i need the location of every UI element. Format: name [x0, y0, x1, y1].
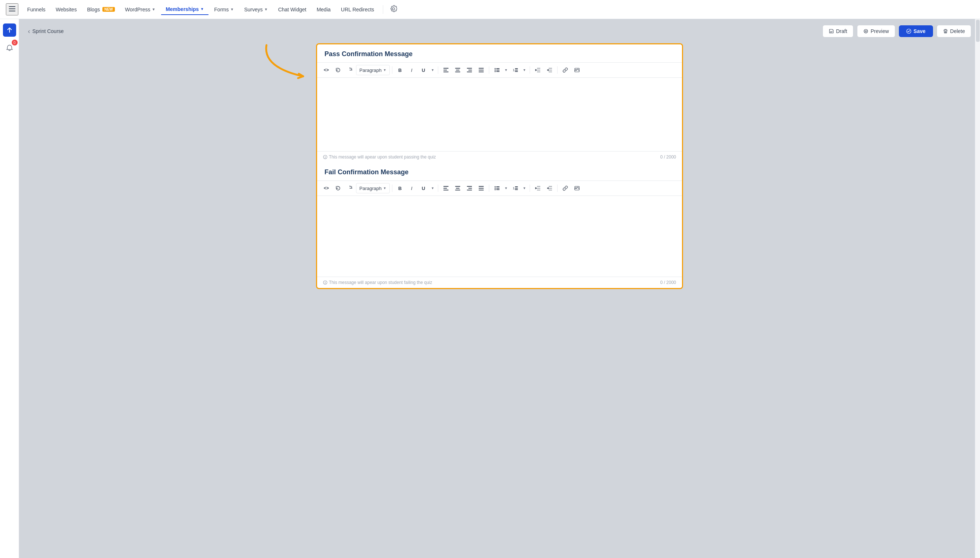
svg-rect-10 — [456, 70, 460, 71]
svg-rect-37 — [467, 186, 472, 187]
svg-rect-40 — [478, 186, 484, 187]
pass-redo-btn[interactable] — [344, 65, 355, 75]
pass-toolbar-sep4 — [529, 66, 530, 74]
pass-section-title: Pass Confirmation Message — [317, 44, 682, 62]
fail-editor-footer: This message will apear upon student fai… — [317, 277, 682, 288]
fail-align-center-btn[interactable] — [452, 183, 463, 193]
nav-item-media[interactable]: Media — [312, 4, 335, 15]
fail-hint-icon — [323, 280, 327, 285]
pass-ordered-list-btn[interactable]: 1. — [510, 65, 521, 75]
save-icon — [906, 29, 911, 34]
preview-button[interactable]: Preview — [857, 25, 895, 38]
nav-item-funnels[interactable]: Funnels — [23, 4, 50, 15]
nav-item-memberships[interactable]: Memberships ▼ — [161, 4, 208, 15]
svg-rect-23 — [496, 71, 500, 72]
fail-align-right-btn[interactable] — [464, 183, 475, 193]
pass-paragraph-select[interactable]: Paragraph ▼ — [356, 65, 390, 75]
fail-undo-btn[interactable] — [332, 183, 344, 193]
pass-image-btn[interactable] — [572, 65, 582, 75]
svg-rect-36 — [455, 190, 460, 190]
main-content: ‹ Sprint Course Draft Preview — [19, 19, 980, 558]
svg-rect-38 — [469, 188, 472, 189]
nav-item-wordpress[interactable]: WordPress ▼ — [121, 4, 160, 15]
hamburger-menu[interactable] — [6, 3, 18, 15]
settings-gear-icon[interactable] — [388, 3, 400, 16]
pass-align-right-btn[interactable] — [464, 65, 475, 75]
page-area: Pass Confirmation Message <> Paragraph ▼ — [316, 43, 683, 289]
fail-section: Fail Confirmation Message <> Paragraph ▼ — [317, 162, 682, 288]
nav-item-websites[interactable]: Websites — [51, 4, 81, 15]
nav-item-blogs[interactable]: Blogs NEW — [82, 4, 119, 15]
svg-point-20 — [494, 70, 495, 71]
nav-item-url-redirects[interactable]: URL Redirects — [337, 4, 379, 15]
fail-ordered-dropdown[interactable]: ▼ — [521, 183, 528, 193]
nav-item-surveys[interactable]: Surveys ▼ — [240, 4, 272, 15]
breadcrumb-arrow: ‹ — [28, 28, 30, 35]
draft-button[interactable]: Draft — [822, 25, 853, 38]
pass-underline-btn[interactable]: U — [418, 65, 429, 75]
pass-list-dropdown[interactable]: ▼ — [503, 65, 509, 75]
fail-align-left-btn[interactable] — [441, 183, 451, 193]
fail-redo-btn[interactable] — [344, 183, 355, 193]
pass-align-center-btn[interactable] — [452, 65, 463, 75]
fail-image-btn[interactable] — [572, 183, 582, 193]
pass-link-btn[interactable] — [560, 65, 571, 75]
svg-rect-17 — [478, 72, 484, 72]
fail-underline-btn[interactable]: U — [418, 183, 429, 193]
fail-paragraph-select[interactable]: Paragraph ▼ — [356, 183, 390, 193]
fail-unordered-list-btn[interactable] — [492, 183, 503, 193]
preview-icon — [863, 29, 868, 34]
fail-toolbar-sep1 — [392, 185, 392, 192]
fail-editor-area[interactable] — [317, 196, 682, 277]
fail-code-btn[interactable]: <> — [321, 183, 332, 193]
sub-header: ‹ Sprint Course Draft Preview — [28, 25, 971, 38]
fail-italic-btn[interactable]: I — [406, 183, 417, 193]
svg-rect-46 — [496, 188, 500, 189]
nav-item-chat-widget[interactable]: Chat Widget — [274, 4, 311, 15]
fail-toolbar-sep2 — [438, 185, 438, 192]
svg-point-47 — [494, 189, 495, 190]
blogs-new-badge: NEW — [102, 7, 115, 12]
delete-button[interactable]: Delete — [937, 25, 971, 38]
svg-rect-8 — [443, 72, 449, 72]
pass-indent-btn[interactable] — [544, 65, 555, 75]
pass-ordered-dropdown[interactable]: ▼ — [521, 65, 528, 75]
nav-divider — [383, 5, 383, 14]
pass-align-justify-btn[interactable] — [476, 65, 487, 75]
pass-bold-btn[interactable]: B — [395, 65, 406, 75]
fail-hint: This message will apear upon student fai… — [323, 280, 432, 285]
pass-hint: This message will apear upon student pas… — [323, 154, 436, 159]
svg-point-18 — [494, 68, 495, 69]
pass-underline-dropdown[interactable]: ▼ — [430, 65, 436, 75]
svg-rect-12 — [467, 68, 472, 69]
save-button[interactable]: Save — [899, 25, 933, 37]
fail-underline-dropdown[interactable]: ▼ — [430, 183, 436, 193]
svg-rect-1 — [9, 8, 15, 9]
svg-point-3 — [864, 30, 868, 33]
pass-align-left-btn[interactable] — [441, 65, 451, 75]
pass-italic-btn[interactable]: I — [406, 65, 417, 75]
scrollbar-track[interactable] — [975, 19, 980, 558]
top-nav: Funnels Websites Blogs NEW WordPress ▼ M… — [0, 0, 980, 19]
pass-unordered-list-btn[interactable] — [492, 65, 503, 75]
nav-item-forms[interactable]: Forms ▼ — [210, 4, 238, 15]
scrollbar-thumb[interactable] — [976, 20, 980, 42]
fail-ordered-list-btn[interactable]: 1. — [510, 183, 521, 193]
breadcrumb[interactable]: ‹ Sprint Course — [28, 28, 64, 35]
pass-undo-btn[interactable] — [332, 65, 344, 75]
pass-code-btn[interactable]: <> — [321, 65, 332, 75]
delete-icon — [943, 29, 948, 34]
fail-align-justify-btn[interactable] — [476, 183, 487, 193]
pass-editor-area[interactable] — [317, 78, 682, 151]
svg-rect-19 — [496, 68, 500, 69]
fail-list-dropdown[interactable]: ▼ — [503, 183, 509, 193]
fail-outdent-btn[interactable] — [532, 183, 543, 193]
sidebar-icon-up[interactable] — [3, 23, 16, 37]
fail-link-btn[interactable] — [560, 183, 571, 193]
breadcrumb-label: Sprint Course — [32, 28, 64, 34]
svg-point-4 — [865, 30, 867, 32]
fail-bold-btn[interactable]: B — [395, 183, 406, 193]
pass-outdent-btn[interactable] — [532, 65, 543, 75]
svg-rect-33 — [443, 190, 449, 190]
fail-indent-btn[interactable] — [544, 183, 555, 193]
